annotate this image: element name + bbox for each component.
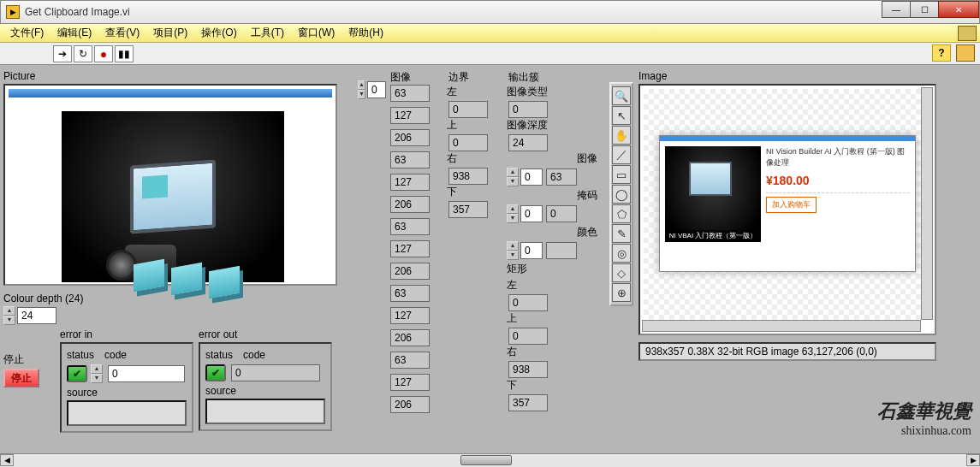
image-tool-palette: 🔍 ↖ ✋ ／ ▭ ◯ ⬠ ✎ ◎ ◇ ⊕ bbox=[609, 82, 633, 306]
image-type-label: 图像类型 bbox=[507, 85, 603, 99]
error-out-status-led: ✔ bbox=[205, 364, 226, 381]
color-spinner[interactable]: ▲▼ bbox=[507, 241, 519, 260]
menu-project[interactable]: 项目(P) bbox=[146, 24, 194, 42]
run-continuous-button[interactable]: ↻ bbox=[74, 45, 92, 62]
menu-help[interactable]: 帮助(H) bbox=[342, 24, 390, 42]
menu-window[interactable]: 窗口(W) bbox=[291, 24, 342, 42]
colour-depth-input[interactable] bbox=[17, 307, 56, 324]
freehand-tool-icon[interactable]: ✎ bbox=[612, 224, 631, 243]
minimize-button[interactable]: — bbox=[882, 1, 911, 18]
error-out-code-value bbox=[231, 364, 320, 381]
boundary-right: 938 bbox=[448, 168, 488, 185]
pan-tool-icon[interactable]: ✋ bbox=[612, 126, 631, 145]
status-label: status bbox=[67, 349, 94, 361]
colour-depth-spinner[interactable]: ▲▼ bbox=[3, 306, 15, 325]
stop-button[interactable]: 停止 bbox=[3, 369, 39, 387]
menu-file[interactable]: 文件(F) bbox=[3, 24, 50, 42]
maximize-button[interactable]: ☐ bbox=[910, 1, 939, 18]
menu-edit[interactable]: 编辑(E) bbox=[50, 24, 98, 42]
pause-button[interactable]: ▮▮ bbox=[115, 45, 134, 62]
image-h-scrollbar[interactable] bbox=[642, 320, 921, 332]
error-out-cluster: status code ✔ source bbox=[199, 342, 332, 431]
mask-label: 掩码 bbox=[507, 188, 603, 203]
rect-left: 0 bbox=[508, 294, 548, 311]
menu-tools[interactable]: 工具(T) bbox=[244, 24, 291, 42]
error-in-source[interactable] bbox=[67, 400, 187, 426]
clipboard-icon[interactable] bbox=[958, 26, 977, 41]
zoom-fit-tool-icon[interactable]: ⊕ bbox=[612, 283, 631, 302]
monitor-graphic bbox=[130, 160, 216, 234]
image-array-item: 63 bbox=[390, 151, 430, 168]
picture-index-spinner[interactable]: ▲▼ bbox=[358, 80, 365, 99]
menu-operate[interactable]: 操作(O) bbox=[194, 24, 243, 42]
pointer-tool-icon[interactable]: ↖ bbox=[612, 106, 631, 125]
left-label: 左 bbox=[447, 85, 500, 99]
scroll-right-arrow[interactable]: ▶ bbox=[966, 454, 980, 466]
vi-icon[interactable] bbox=[956, 44, 975, 62]
toolbar: ➔ ↻ ● ▮▮ ? bbox=[0, 43, 980, 65]
image-array-item: 206 bbox=[390, 329, 430, 346]
image-v-scrollbar[interactable] bbox=[921, 87, 933, 320]
zoom-tool-icon[interactable]: 🔍 bbox=[612, 86, 631, 105]
rect-bottom-label: 下 bbox=[507, 378, 603, 393]
error-in-status-led[interactable]: ✔ bbox=[67, 365, 87, 382]
image-display[interactable]: NI VBAI 入门教程（第一版） NI Vision Builder AI 入… bbox=[638, 84, 936, 335]
image-array-item: 63 bbox=[390, 285, 430, 302]
help-icon[interactable]: ? bbox=[932, 44, 951, 62]
image-sub-spinner[interactable]: ▲▼ bbox=[507, 168, 519, 186]
mask-index[interactable] bbox=[520, 205, 543, 222]
cube-graphic bbox=[134, 259, 164, 292]
image-array-item: 127 bbox=[390, 174, 430, 191]
output-cluster-label: 输出簇 bbox=[508, 71, 539, 83]
window-titlebar: ▶ Get Clipboard Image.vi — ☐ ✕ bbox=[0, 0, 980, 24]
app-icon: ▶ bbox=[6, 5, 20, 19]
mask-spinner[interactable]: ▲▼ bbox=[507, 204, 519, 223]
product-title: NI Vision Builder AI 入门教程 (第一版) 图像处理 bbox=[766, 146, 910, 168]
rotated-rect-tool-icon[interactable]: ◇ bbox=[612, 263, 631, 282]
image-array-item: 127 bbox=[390, 107, 430, 124]
rect-tool-icon[interactable]: ▭ bbox=[612, 165, 631, 184]
rect-top: 0 bbox=[508, 328, 548, 345]
front-panel: Picture Colour depth (24) ▲▼ 停止 bbox=[0, 65, 980, 453]
watermark-url: shixinhua.com bbox=[877, 424, 971, 438]
panel-h-scrollbar[interactable]: ◀ ▶ bbox=[0, 453, 980, 467]
menu-view[interactable]: 查看(V) bbox=[98, 24, 146, 42]
image-depth-value: 24 bbox=[508, 134, 548, 151]
scroll-left-arrow[interactable]: ◀ bbox=[0, 454, 14, 466]
product-caption: NI VBAI 入门教程（第一版） bbox=[665, 230, 761, 242]
abort-button[interactable]: ● bbox=[94, 45, 113, 62]
image-array-item: 63 bbox=[390, 85, 430, 102]
rect-top-label: 上 bbox=[507, 311, 603, 326]
bottom-label: 下 bbox=[447, 185, 500, 199]
color-value bbox=[546, 242, 577, 259]
source-label: source bbox=[205, 385, 325, 397]
scroll-thumb[interactable] bbox=[460, 455, 512, 465]
right-label: 右 bbox=[447, 151, 500, 166]
line-tool-icon[interactable]: ／ bbox=[612, 145, 631, 164]
image-array-item: 63 bbox=[390, 352, 430, 369]
image-array-item: 206 bbox=[390, 263, 430, 280]
image-canvas: NI VBAI 入门教程（第一版） NI Vision Builder AI 入… bbox=[644, 89, 921, 320]
top-label: 上 bbox=[447, 118, 500, 133]
picture-index-input[interactable] bbox=[367, 81, 386, 98]
picture-label: Picture bbox=[3, 70, 351, 82]
polygon-tool-icon[interactable]: ⬠ bbox=[612, 204, 631, 223]
error-in-code-input[interactable] bbox=[108, 365, 185, 382]
image-depth-label: 图像深度 bbox=[507, 118, 603, 133]
rect-right: 938 bbox=[508, 361, 548, 378]
rect-bottom: 357 bbox=[508, 394, 548, 411]
status-label: status bbox=[205, 349, 233, 361]
boundary-top: 0 bbox=[448, 134, 488, 151]
product-price: ¥180.00 bbox=[766, 174, 910, 187]
image-sub-index[interactable] bbox=[520, 168, 543, 186]
error-out-label: error out bbox=[199, 328, 332, 340]
color-index[interactable] bbox=[520, 242, 543, 259]
image-array-item: 127 bbox=[390, 374, 430, 391]
oval-tool-icon[interactable]: ◯ bbox=[612, 185, 631, 204]
close-button[interactable]: ✕ bbox=[938, 1, 979, 18]
image-array-item: 127 bbox=[390, 240, 430, 257]
error-in-code-spinner[interactable]: ▲▼ bbox=[91, 364, 103, 383]
annulus-tool-icon[interactable]: ◎ bbox=[612, 244, 631, 263]
rect-left-label: 左 bbox=[507, 278, 603, 293]
run-button[interactable]: ➔ bbox=[53, 45, 72, 62]
